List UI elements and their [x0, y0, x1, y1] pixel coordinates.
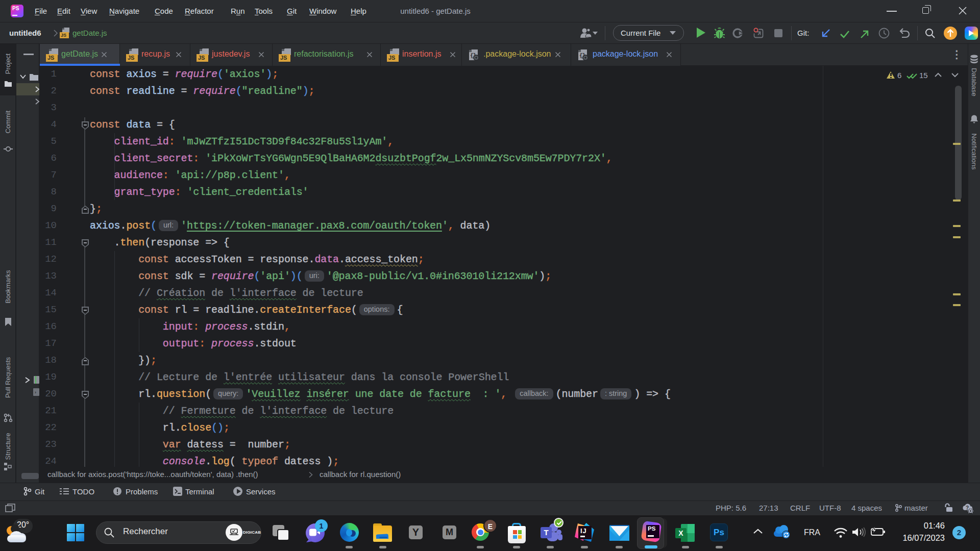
svg-text:?: ? [966, 505, 969, 511]
